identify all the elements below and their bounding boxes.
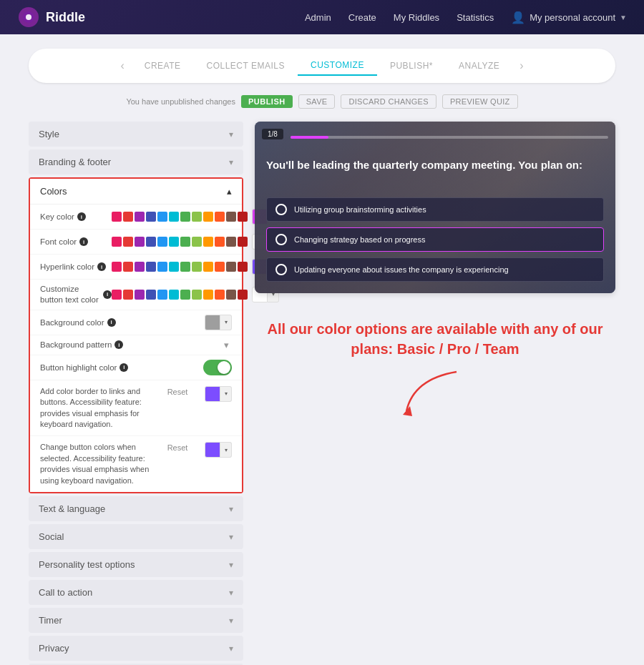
- steps-back-arrow[interactable]: ‹: [113, 59, 131, 72]
- swatch[interactable]: [226, 237, 236, 247]
- swatch[interactable]: [203, 290, 213, 300]
- step-create[interactable]: CREATE: [132, 56, 194, 75]
- swatch[interactable]: [215, 237, 225, 247]
- font-color-label: Font color i: [40, 237, 112, 246]
- accessibility-border-dropdown-icon[interactable]: ▾: [220, 386, 232, 402]
- font-color-row: Font color i: [30, 230, 242, 255]
- swatch[interactable]: [123, 237, 133, 247]
- nav-my-riddles[interactable]: My Riddles: [394, 12, 439, 23]
- accessibility-border-reset[interactable]: Reset: [163, 386, 192, 398]
- swatch[interactable]: [146, 212, 156, 222]
- text-language-header[interactable]: Text & language ▾: [29, 496, 243, 521]
- swatch[interactable]: [157, 262, 167, 272]
- preview-button[interactable]: PREVIEW QUIZ: [442, 94, 518, 109]
- step-publish[interactable]: PUBLISH*: [377, 56, 446, 75]
- swatch[interactable]: [157, 237, 167, 247]
- swatch[interactable]: [123, 212, 133, 222]
- swatch[interactable]: [123, 290, 133, 300]
- background-pattern-info-icon[interactable]: i: [114, 340, 123, 349]
- step-customize[interactable]: CUSTOMIZE: [298, 56, 377, 76]
- swatch[interactable]: [112, 237, 122, 247]
- swatch[interactable]: [169, 237, 179, 247]
- button-highlight-info-icon[interactable]: i: [119, 363, 128, 372]
- swatch[interactable]: [215, 290, 225, 300]
- step-collect-emails[interactable]: COLLECT EMAILS: [194, 56, 298, 75]
- button-text-color-info-icon[interactable]: i: [103, 290, 112, 299]
- swatch[interactable]: [146, 262, 156, 272]
- accessibility-border-color-picker[interactable]: ▾: [205, 386, 232, 402]
- swatch[interactable]: [135, 212, 145, 222]
- swatch[interactable]: [180, 262, 190, 272]
- call-to-action-header[interactable]: Call to action ▾: [29, 580, 243, 605]
- hyperlink-color-info-icon[interactable]: i: [97, 262, 106, 271]
- style-header[interactable]: Style ▾: [29, 122, 243, 147]
- discard-button[interactable]: DISCARD CHANGES: [341, 94, 436, 109]
- swatch[interactable]: [192, 290, 202, 300]
- swatch[interactable]: [180, 290, 190, 300]
- swatch[interactable]: [123, 262, 133, 272]
- swatch[interactable]: [180, 212, 190, 222]
- swatch[interactable]: [238, 212, 248, 222]
- background-pattern-row: Background pattern i ▾: [30, 335, 242, 355]
- swatch[interactable]: [135, 290, 145, 300]
- swatch[interactable]: [135, 262, 145, 272]
- swatch[interactable]: [146, 237, 156, 247]
- account-menu[interactable]: 👤 My personal account ▼: [511, 11, 627, 24]
- swatch[interactable]: [226, 290, 236, 300]
- font-color-info-icon[interactable]: i: [79, 237, 88, 246]
- preview-option-2[interactable]: Updating everyone about issues the compa…: [266, 257, 604, 282]
- button-highlight-toggle[interactable]: [203, 360, 232, 375]
- left-panel: Style ▾ Branding & footer ▾ Colors ▴: [29, 122, 243, 665]
- nav-create[interactable]: Create: [348, 12, 376, 23]
- swatch[interactable]: [146, 290, 156, 300]
- save-button[interactable]: SAVE: [298, 94, 336, 109]
- publish-button[interactable]: PUBLISH: [241, 95, 293, 108]
- selected-button-dropdown-icon[interactable]: ▾: [220, 442, 232, 458]
- branding-header[interactable]: Branding & footer ▾: [29, 149, 243, 174]
- swatch[interactable]: [215, 212, 225, 222]
- selected-button-color-text: Change button colors when selected. Acce…: [40, 442, 155, 486]
- selected-button-color-picker[interactable]: ▾: [205, 442, 232, 458]
- swatch[interactable]: [112, 262, 122, 272]
- swatch[interactable]: [203, 212, 213, 222]
- swatch[interactable]: [192, 237, 202, 247]
- swatch[interactable]: [169, 290, 179, 300]
- swatch[interactable]: [192, 262, 202, 272]
- swatch[interactable]: [112, 290, 122, 300]
- swatch[interactable]: [157, 290, 167, 300]
- steps-forward-arrow[interactable]: ›: [512, 59, 530, 72]
- background-color-picker[interactable]: ▾: [205, 315, 232, 330]
- background-color-info-icon[interactable]: i: [107, 318, 116, 327]
- swatch[interactable]: [169, 262, 179, 272]
- selected-button-reset[interactable]: Reset: [163, 442, 192, 453]
- swatch[interactable]: [112, 212, 122, 222]
- promo-text: All our color options are available with…: [266, 319, 604, 359]
- personality-header[interactable]: Personality test options ▾: [29, 552, 243, 577]
- swatch[interactable]: [238, 290, 248, 300]
- radio-icon-2: [275, 264, 287, 275]
- swatch[interactable]: [180, 237, 190, 247]
- privacy-header[interactable]: Privacy ▾: [29, 636, 243, 661]
- swatch[interactable]: [238, 262, 248, 272]
- swatch[interactable]: [203, 262, 213, 272]
- timer-header[interactable]: Timer ▾: [29, 608, 243, 633]
- key-color-info-icon[interactable]: i: [77, 212, 86, 221]
- swatch[interactable]: [226, 212, 236, 222]
- preview-option-1[interactable]: Changing strategy based on progress: [266, 227, 604, 252]
- step-analyze[interactable]: ANALYZE: [446, 56, 512, 75]
- social-header[interactable]: Social ▾: [29, 524, 243, 549]
- background-color-dropdown-icon[interactable]: ▾: [220, 315, 232, 330]
- preview-option-0[interactable]: Utilizing group brainstorming activities: [266, 197, 604, 222]
- swatch[interactable]: [226, 262, 236, 272]
- branding-chevron-icon: ▾: [229, 157, 233, 167]
- swatch[interactable]: [169, 212, 179, 222]
- swatch[interactable]: [215, 262, 225, 272]
- swatch[interactable]: [203, 237, 213, 247]
- nav-statistics[interactable]: Statistics: [457, 12, 494, 23]
- swatch[interactable]: [238, 237, 248, 247]
- swatch[interactable]: [157, 212, 167, 222]
- swatch[interactable]: [135, 237, 145, 247]
- nav-admin[interactable]: Admin: [305, 12, 331, 23]
- swatch[interactable]: [192, 212, 202, 222]
- colors-header[interactable]: Colors ▴: [30, 179, 242, 205]
